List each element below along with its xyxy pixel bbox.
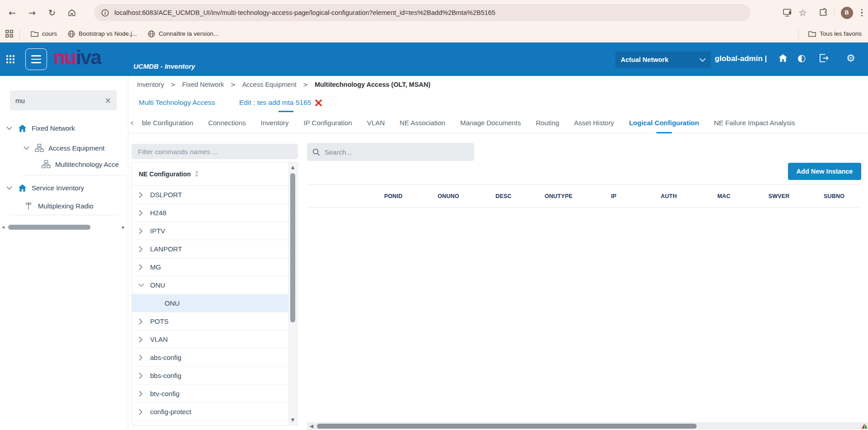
instances-search-input[interactable] [325,148,460,156]
column-auth[interactable]: AUTH [641,193,696,199]
command-node-h248[interactable]: H248 [132,204,288,222]
nuiva-logo: nuiva [53,46,101,69]
extensions-icon[interactable] [819,8,828,17]
column-subno[interactable]: SUBNO [807,193,862,199]
scrollbar-thumb[interactable] [290,173,295,322]
column-swver[interactable]: SWVER [751,193,807,199]
forward-icon[interactable]: → [24,5,40,20]
column-mac[interactable]: MAC [696,193,751,199]
instances-table-header: PONID ONUNO DESC ONUTYPE IP AUTH MAC SWV… [307,185,862,208]
column-desc[interactable]: DESC [476,193,531,199]
sidebar-item-service-inventory[interactable]: Service Inventory [6,181,84,194]
folder-icon [808,30,816,37]
column-onuno[interactable]: ONUNO [421,193,476,199]
apps-grid-icon[interactable] [5,54,15,64]
tab-connections[interactable]: Connections [208,112,245,133]
sidebar-item-fixed-network[interactable]: Fixed Network [6,121,75,135]
breadcrumb-item[interactable]: Access Equipment [242,81,297,88]
command-node-mg[interactable]: MG [132,258,288,276]
sitemap-icon [35,144,44,152]
profile-avatar[interactable]: B [841,7,853,19]
tab-asset-history[interactable]: Asset History [574,112,614,133]
command-node-abs-config[interactable]: abs-config [132,349,288,367]
sidebar-item-access-equipment[interactable]: Access Equipment [24,141,104,155]
tab-manage-documents[interactable]: Manage Documents [460,112,521,133]
clear-search-icon[interactable]: × [105,97,111,104]
scrollbar-thumb[interactable] [317,424,697,429]
bookmark-item-bootstrap[interactable]: Bootstrap vs Node.j... [68,30,137,38]
command-node-btv-config[interactable]: btv-config [132,385,288,403]
instances-horizontal-scrollbar[interactable]: ◀ [307,422,868,430]
tab-ne-association[interactable]: NE Association [400,112,445,133]
tab-multi-technology-access[interactable]: Multi Technology Access [139,93,215,112]
logout-icon[interactable] [819,54,829,62]
close-tab-icon[interactable] [315,99,322,107]
add-new-instance-button[interactable]: Add New Instance [788,163,861,180]
chevron-right-icon [138,373,143,379]
sidebar-horizontal-scrollbar[interactable]: ◂ ▸ [0,223,128,231]
browser-menu-icon[interactable] [859,7,865,19]
command-node-onu-child-selected[interactable]: ONU [132,294,288,312]
scroll-down-icon[interactable]: ▼ [288,418,297,422]
chevron-right-icon [138,318,143,325]
scroll-right-icon[interactable]: ▸ [120,224,127,230]
antenna-icon [24,201,33,210]
scroll-left-icon[interactable]: ◀ [307,424,316,429]
breadcrumb-item[interactable]: Fixed Network [182,81,224,88]
sidebar-search-input[interactable] [15,97,97,104]
settings-gear-icon[interactable]: ⚙ [846,53,855,63]
tab-ip-configuration[interactable]: IP Configuration [304,112,352,133]
command-node-vlan[interactable]: VLAN [132,331,288,349]
sidebar-search[interactable]: × [10,90,117,110]
command-node-bbs-config[interactable]: bbs-config [132,367,288,385]
url-bar[interactable]: localhost:6083/ACE_UCMDB_UI/inv/multi-te… [94,4,750,21]
command-node-onu[interactable]: ONU [132,276,288,294]
sort-icon[interactable]: ▲▼ [195,170,198,178]
entity-tab-bar: Multi Technology Access Edit : tes add m… [128,93,868,112]
tab-inventory[interactable]: Inventory [261,112,289,133]
instances-table: PONID ONUNO DESC ONUTYPE IP AUTH MAC SWV… [307,184,862,422]
menu-hamburger-button[interactable] [25,48,47,70]
home-icon[interactable] [778,53,788,62]
tab-vlan[interactable]: VLAN [367,112,385,133]
bookmark-star-icon[interactable]: ☆ [799,8,807,17]
contrast-icon[interactable]: ◐ [797,53,806,63]
tab-edit-instance[interactable]: Edit : tes add mta 5165 [239,93,322,112]
column-ponid[interactable]: PONID [366,193,421,199]
column-ip[interactable]: IP [586,193,642,199]
navigation-sidebar: × Fixed Network Access Equipment Multite… [0,76,128,430]
bookmark-item-cours[interactable]: cours [31,30,57,37]
column-onutype[interactable]: ONUTYPE [531,193,586,199]
tab-logical-configuration[interactable]: Logical Configuration [629,112,699,133]
tabs-scroll-left-icon[interactable]: ‹ [130,118,134,127]
commands-vertical-scrollbar[interactable]: ▲ ▼ [288,162,297,425]
sidebar-item-multiplexing-radio[interactable]: Multiplexing Radio [24,199,94,213]
site-info-icon[interactable] [101,9,109,17]
all-bookmarks[interactable]: Tous les favoris [808,30,862,37]
back-icon[interactable]: ← [5,5,20,20]
breadcrumb-item[interactable]: Inventory [137,81,164,88]
network-selector[interactable]: Actual Network [615,52,711,68]
home-icon[interactable] [64,5,80,20]
bookmark-item-connaitre[interactable]: Connaître la version... [148,30,218,38]
browser-toolbar: ← → ↻ localhost:6083/ACE_UCMDB_UI/inv/mu… [0,0,868,25]
command-node-lanport[interactable]: LANPORT [132,240,288,258]
reload-icon[interactable]: ↻ [44,5,60,20]
filter-commands-input[interactable] [132,144,298,159]
tab-routing[interactable]: Routing [536,112,559,133]
scrollbar-thumb[interactable] [8,225,90,230]
scroll-up-icon[interactable]: ▲ [288,165,297,170]
instances-search[interactable] [307,143,474,161]
command-node-iptv[interactable]: IPTV [132,222,288,240]
tab-ne-failure-impact-analysis[interactable]: NE Failure Impact Analysis [714,112,795,133]
scroll-left-icon[interactable]: ◂ [0,224,6,230]
tab-cable-configuration[interactable]: ble Configuration [142,112,193,133]
command-node-pots[interactable]: POTS [132,312,288,331]
sidebar-divider [25,175,127,175]
command-node-config-protect[interactable]: config-protect [132,403,288,421]
commands-group-header[interactable]: NE Configuration ▲▼ [132,162,297,186]
tab-groups-icon[interactable] [5,30,13,38]
sidebar-item-multitechnology-access[interactable]: Multitechnology Acce [42,157,119,171]
install-icon[interactable] [783,9,793,17]
command-node-dslport[interactable]: DSLPORT [132,186,288,204]
